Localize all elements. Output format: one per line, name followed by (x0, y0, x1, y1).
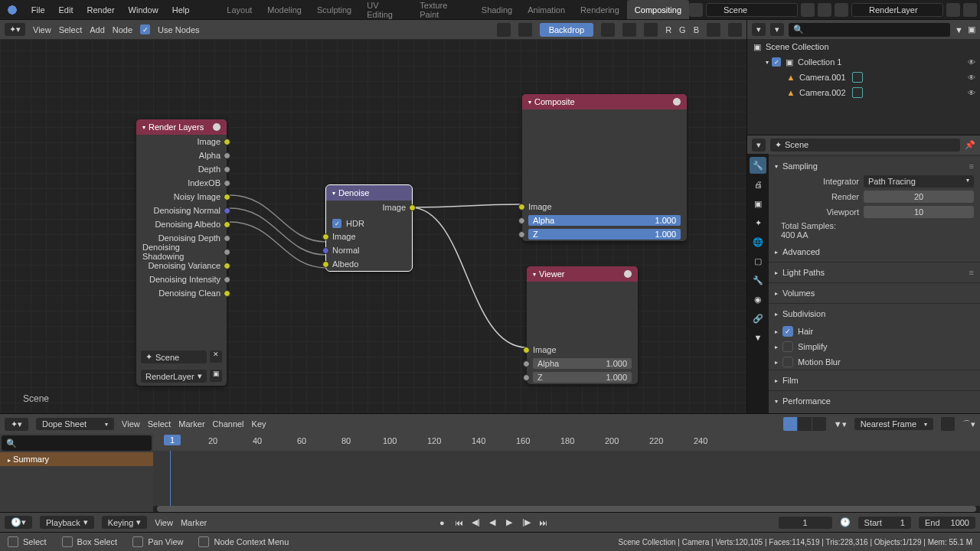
tab-shading[interactable]: Shading (474, 0, 520, 19)
section-subdivision[interactable]: Subdivision (782, 309, 825, 318)
timeline-ruler[interactable]: 1 20 40 60 80 100 120 140 160 180 200 22… (153, 434, 980, 451)
player-menu-marker[interactable]: Marker (181, 518, 207, 527)
section-motion-blur[interactable]: Motion Blur (798, 357, 841, 367)
tab-layout[interactable]: Layout (219, 0, 260, 19)
layer-delete-icon[interactable] (963, 3, 977, 17)
keying-dropdown[interactable]: Keying ▾ (102, 516, 148, 529)
presets-icon[interactable]: ≡ (969, 268, 974, 277)
dope-menu-key[interactable]: Key (252, 419, 266, 429)
channel-combined-icon[interactable] (601, 23, 615, 37)
tab-rendering[interactable]: Rendering (573, 0, 627, 19)
node-composite[interactable]: ▾Composite Image Alpha1.000 Z1.000 (522, 94, 687, 241)
current-frame-field[interactable]: 1 (779, 517, 832, 529)
section-film[interactable]: Film (782, 376, 799, 385)
tab-uv-editing[interactable]: UV Editing (359, 0, 412, 19)
section-sampling[interactable]: Sampling (782, 161, 818, 171)
section-light-paths[interactable]: Light Paths (782, 268, 825, 277)
socket-dn-albedo[interactable]: Denoising Albedo (155, 220, 220, 229)
socket-in-image[interactable]: Image (332, 232, 356, 241)
socket-dn-depth[interactable]: Denoising Depth (158, 233, 220, 243)
jump-start-icon[interactable]: ⏮ (451, 515, 466, 530)
visibility-icon[interactable]: 👁 (968, 89, 975, 97)
filter-icon[interactable]: ▼ (955, 25, 963, 34)
scene-new-icon[interactable] (801, 3, 815, 17)
proportional-falloff-icon[interactable]: ⌒▾ (962, 419, 975, 430)
rl-render-icon[interactable]: ▣ (210, 370, 222, 382)
rl-scene-field[interactable]: ✦Scene (141, 350, 207, 364)
use-nodes-checkbox[interactable]: ✓ (140, 24, 150, 34)
socket-noisy[interactable]: Noisy Image (174, 192, 220, 201)
socket-dn-normal[interactable]: Denoising Normal (154, 206, 220, 215)
dope-editor-dropdown[interactable]: ✦▾ (5, 418, 28, 431)
viewport-samples-field[interactable]: 10 (864, 206, 974, 218)
pin-icon[interactable] (497, 23, 511, 37)
timeline-editor-dropdown[interactable]: 🕐▾ (5, 516, 32, 529)
integrator-select[interactable]: Path Tracing▾ (864, 175, 974, 187)
tab-texture-paint[interactable]: Texture Paint (412, 0, 474, 19)
socket-in-albedo[interactable]: Albedo (332, 259, 358, 269)
socket-image[interactable]: Image (197, 137, 220, 146)
tab-object-icon[interactable]: ▢ (750, 253, 766, 269)
jump-end-icon[interactable]: ⏭ (535, 515, 550, 530)
channel-b[interactable]: B (694, 25, 699, 34)
channel-color-icon[interactable] (622, 23, 636, 37)
next-keyframe-icon[interactable]: |▶ (518, 515, 534, 530)
socket-dn-variance[interactable]: Denoising Variance (148, 261, 220, 270)
socket-depth[interactable]: Depth (198, 165, 220, 174)
editor-type-dropdown[interactable]: ✦▾ (5, 23, 25, 36)
visibility-icon[interactable]: 👁 (968, 73, 975, 82)
tab-viewlayer-icon[interactable]: ▣ (750, 195, 766, 212)
outliner-search[interactable]: 🔍 (789, 23, 950, 37)
node-render-layers[interactable]: ▾Render Layers Image Alpha Depth IndexOB… (136, 119, 227, 386)
tab-modifier-icon[interactable]: 🔧 (750, 272, 766, 289)
socket-out-image[interactable]: Image (382, 203, 406, 212)
section-hair[interactable]: Hair (798, 327, 813, 336)
tab-sculpting[interactable]: Sculpting (309, 0, 359, 19)
layer-browse-icon[interactable] (835, 3, 848, 17)
restrict-icon[interactable] (852, 87, 863, 98)
preview-icon[interactable] (624, 270, 632, 278)
dope-menu-select[interactable]: Select (148, 419, 172, 429)
outliner-mode-dropdown[interactable]: ▾ (752, 23, 766, 36)
proportional-icon[interactable] (941, 417, 955, 431)
tab-animation[interactable]: Animation (520, 0, 573, 19)
tab-data-icon[interactable]: ▼ (750, 329, 766, 346)
tab-world-icon[interactable]: 🌐 (750, 233, 766, 250)
autokey-icon[interactable]: ● (434, 515, 449, 530)
zoom-icon[interactable] (707, 23, 720, 37)
alpha-field[interactable]: Alpha1.000 (528, 215, 681, 226)
outliner-camera-001[interactable]: Camera.001 (799, 73, 846, 82)
preview-icon[interactable] (673, 98, 681, 106)
node-menu-node[interactable]: Node (113, 25, 132, 34)
dope-menu-view[interactable]: View (122, 419, 140, 429)
player-menu-view[interactable]: View (155, 518, 173, 527)
z-field[interactable]: Z1.000 (533, 372, 632, 383)
preview-icon[interactable] (213, 123, 220, 131)
end-frame-field[interactable]: End1000 (919, 517, 975, 529)
menu-window[interactable]: Window (122, 5, 165, 15)
socket-image[interactable]: Image (528, 202, 552, 211)
timeline-track[interactable] (153, 451, 980, 506)
simplify-checkbox[interactable] (782, 341, 793, 352)
hair-checkbox[interactable]: ✓ (782, 326, 793, 337)
section-threads[interactable]: Threads (792, 412, 822, 413)
menu-render[interactable]: Render (80, 5, 121, 15)
current-frame-indicator[interactable]: 1 (164, 435, 181, 445)
layer-new-icon[interactable] (946, 3, 960, 17)
socket-dn-clean[interactable]: Denoising Clean (158, 289, 220, 298)
properties-editor-dropdown[interactable]: ▾ (752, 139, 766, 152)
menu-help[interactable]: Help (165, 5, 197, 15)
snap-mode-dropdown[interactable]: Nearest Frame▾ (854, 418, 933, 430)
filter-selected-icon[interactable] (798, 417, 812, 431)
node-menu-add[interactable]: Add (90, 25, 105, 34)
menu-edit[interactable]: Edit (52, 5, 80, 15)
outliner-scene-collection[interactable]: Scene Collection (766, 42, 829, 51)
viewlayer-field[interactable]: RenderLayer (851, 3, 943, 17)
visibility-icon[interactable]: 👁 (968, 58, 975, 67)
channel-r[interactable]: R (665, 25, 671, 34)
node-denoise[interactable]: ▾Denoise Image ✓HDR Image Normal Albedo (326, 185, 412, 271)
pin-icon[interactable]: 📌 (965, 140, 975, 150)
z-field[interactable]: Z1.000 (528, 229, 681, 240)
channel-g[interactable]: G (679, 25, 686, 34)
filter-dropdown-icon[interactable]: ▼▾ (834, 419, 847, 429)
